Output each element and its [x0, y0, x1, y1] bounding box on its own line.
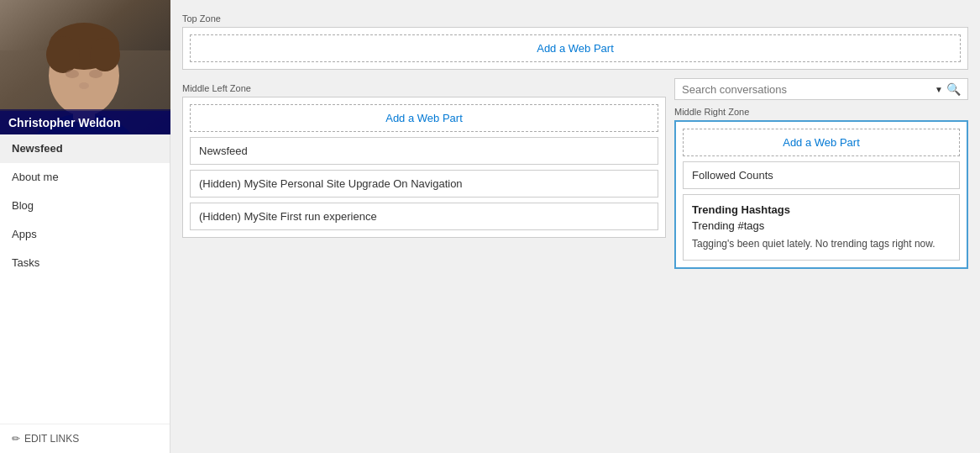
webpart-followed-counts: Followed Counts: [683, 161, 960, 189]
pencil-icon: ✏: [12, 433, 20, 445]
sidebar-item-tasks[interactable]: Tasks: [0, 249, 170, 277]
middle-left-zone-box: Add a Web Part Newsfeed (Hidden) MySite …: [182, 97, 666, 238]
profile-name-bar: Christopher Weldon: [0, 111, 170, 134]
sidebar-item-blog[interactable]: Blog: [0, 192, 170, 220]
svg-point-7: [90, 38, 120, 71]
middle-left-zone: Middle Left Zone Add a Web Part Newsfeed…: [182, 78, 666, 445]
search-dropdown-icon[interactable]: ▼: [935, 85, 943, 94]
sidebar-item-newsfeed[interactable]: Newsfeed: [0, 134, 170, 163]
middle-row: Middle Left Zone Add a Web Part Newsfeed…: [182, 78, 968, 445]
main-content: Top Zone Add a Web Part Middle Left Zone…: [170, 0, 980, 453]
top-zone-add-web-part-button[interactable]: Add a Web Part: [190, 34, 961, 62]
search-conversations-bar: ▼ 🔍: [674, 78, 968, 100]
middle-left-add-web-part-button[interactable]: Add a Web Part: [190, 104, 658, 132]
profile-photo: Christopher Weldon: [0, 0, 170, 134]
middle-right-zone-box: Add a Web Part Followed Counts Trending …: [674, 120, 968, 269]
webpart-newsfeed: Newsfeed: [190, 137, 658, 165]
sidebar-item-about-me[interactable]: About me: [0, 163, 170, 192]
top-zone-box: Add a Web Part: [182, 27, 968, 70]
trending-hashtags-description: Tagging's been quiet lately. No trending…: [692, 237, 951, 251]
svg-point-9: [89, 70, 102, 78]
svg-point-8: [66, 70, 79, 78]
trending-hashtags-title: Trending Hashtags: [692, 203, 951, 216]
search-conversations-input[interactable]: [682, 83, 935, 96]
edit-links[interactable]: ✏ EDIT LINKS: [0, 424, 170, 453]
sidebar-nav: Newsfeed About me Blog Apps Tasks: [0, 134, 170, 424]
middle-right-column: ▼ 🔍 Middle Right Zone Add a Web Part Fol…: [674, 78, 968, 445]
sidebar-item-apps[interactable]: Apps: [0, 220, 170, 249]
middle-right-zone-label: Middle Right Zone: [674, 107, 968, 117]
profile-name: Christopher Weldon: [8, 116, 121, 129]
edit-links-label: EDIT LINKS: [24, 433, 79, 445]
svg-point-10: [79, 82, 89, 89]
top-zone-label: Top Zone: [182, 13, 968, 24]
svg-point-6: [46, 36, 80, 73]
trending-hashtags-subtitle: Trending #tags: [692, 219, 951, 232]
middle-left-zone-label: Middle Left Zone: [182, 83, 666, 93]
webpart-hidden-mysite-upgrade: (Hidden) MySite Personal Site Upgrade On…: [190, 170, 658, 198]
middle-right-add-web-part-button[interactable]: Add a Web Part: [683, 129, 960, 156]
search-icon[interactable]: 🔍: [946, 82, 961, 96]
trending-hashtags-box: Trending Hashtags Trending #tags Tagging…: [683, 194, 960, 261]
sidebar: Christopher Weldon Newsfeed About me Blo…: [0, 0, 170, 453]
webpart-hidden-mysite-firstrun: (Hidden) MySite First run experience: [190, 203, 658, 230]
